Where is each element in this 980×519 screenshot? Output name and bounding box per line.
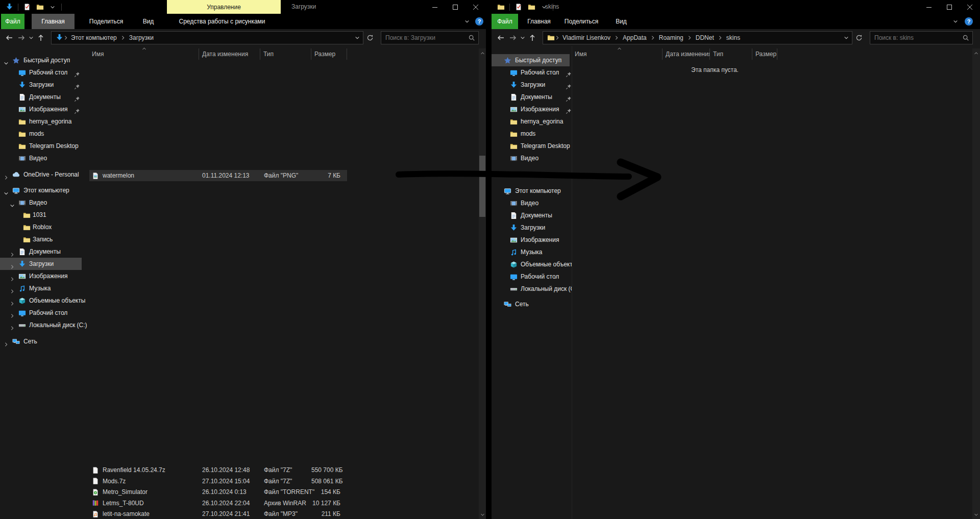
sidebar-item[interactable]: Загрузки bbox=[492, 79, 572, 91]
contextual-tab-manage[interactable]: Управление bbox=[167, 0, 281, 14]
ribbon-tab-view[interactable]: Вид bbox=[137, 14, 160, 29]
help-icon[interactable]: ? bbox=[965, 17, 973, 26]
address-bar[interactable]: Vladimir Lisenkov AppData Roaming DDNet … bbox=[543, 31, 852, 44]
file-row[interactable]: Mods.7z27.10.2024 15:04Файл "7Z"508 061 … bbox=[89, 476, 347, 487]
sidebar-item[interactable]: Видео bbox=[492, 197, 572, 209]
sidebar-item[interactable]: Локальный диск (C:) bbox=[492, 283, 572, 295]
expand-chevron-icon[interactable] bbox=[10, 310, 15, 315]
sidebar-item[interactable]: Загрузки bbox=[0, 79, 88, 91]
sidebar-item[interactable]: Изображения bbox=[492, 103, 572, 115]
customize-chevron-icon[interactable] bbox=[48, 3, 57, 11]
up-button[interactable] bbox=[526, 32, 538, 44]
sidebar-item[interactable]: Документы bbox=[0, 245, 88, 258]
ribbon-tab-home[interactable]: Главная bbox=[524, 14, 554, 29]
scroll-up-icon[interactable] bbox=[972, 50, 980, 57]
recent-locations-chevron-icon[interactable] bbox=[519, 32, 526, 44]
sidebar-item[interactable]: Telegram Desktop bbox=[0, 140, 88, 152]
sidebar-item[interactable]: Запись bbox=[0, 233, 88, 245]
scroll-down-icon[interactable] bbox=[972, 511, 980, 518]
sidebar-item[interactable]: Изображения bbox=[492, 234, 572, 246]
column-header-size[interactable]: Размер bbox=[311, 48, 347, 60]
sidebar-item[interactable]: Этот компьютер bbox=[492, 185, 572, 197]
search-icon[interactable] bbox=[961, 33, 971, 43]
sidebar-item[interactable]: Рабочий стол bbox=[0, 307, 88, 319]
column-header-type[interactable]: Тип bbox=[710, 48, 752, 60]
collapse-chevron-icon[interactable] bbox=[10, 200, 15, 205]
sidebar-item[interactable]: Рабочий стол bbox=[492, 66, 572, 79]
column-header-date[interactable]: Дата изменения bbox=[199, 48, 260, 60]
sidebar-item[interactable]: mods bbox=[0, 128, 88, 140]
sidebar-item[interactable]: Сеть bbox=[492, 298, 572, 310]
sidebar-item[interactable]: OneDrive - Personal bbox=[0, 168, 88, 181]
refresh-icon[interactable] bbox=[852, 32, 866, 44]
expand-chevron-icon[interactable] bbox=[4, 172, 9, 177]
minimize-button[interactable] bbox=[425, 0, 445, 14]
file-row[interactable]: letit-na-samokate27.10.2024 21:41Файл "M… bbox=[89, 508, 347, 519]
sidebar-item[interactable]: Загрузки bbox=[492, 221, 572, 234]
ribbon-tab-share[interactable]: Поделиться bbox=[562, 14, 601, 29]
properties-check-icon[interactable] bbox=[23, 3, 31, 11]
breadcrumb-segment[interactable]: Загрузки bbox=[127, 34, 156, 41]
ribbon-tab-share[interactable]: Поделиться bbox=[82, 14, 131, 29]
sidebar-item[interactable]: Этот компьютер bbox=[0, 184, 88, 196]
address-dropdown-chevron-icon[interactable] bbox=[355, 35, 361, 41]
maximize-button[interactable] bbox=[939, 0, 960, 14]
maximize-button[interactable] bbox=[445, 0, 465, 14]
column-header-size[interactable]: Размер bbox=[752, 48, 777, 60]
search-icon[interactable] bbox=[467, 33, 477, 43]
column-header-type[interactable]: Тип bbox=[260, 48, 311, 60]
forward-button[interactable] bbox=[15, 32, 28, 44]
sidebar-item[interactable]: hernya_egorina bbox=[0, 115, 88, 128]
help-icon[interactable]: ? bbox=[475, 17, 483, 26]
file-row[interactable]: Letms_T-80UD26.10.2024 22:04Архив WinRAR… bbox=[89, 498, 347, 509]
ribbon-tab-file[interactable]: Файл bbox=[492, 14, 518, 29]
forward-button[interactable] bbox=[507, 32, 519, 44]
sidebar-item[interactable]: Рабочий стол bbox=[492, 270, 572, 283]
scroll-down-icon[interactable] bbox=[479, 511, 486, 518]
sidebar-item[interactable]: Видео bbox=[492, 152, 572, 164]
sidebar-item[interactable]: Документы bbox=[492, 91, 572, 103]
new-folder-icon[interactable] bbox=[36, 3, 44, 11]
file-row[interactable]: Metro_Simulator26.10.2024 0:13Файл "TORR… bbox=[89, 486, 347, 498]
close-button[interactable] bbox=[960, 0, 980, 14]
downloads-icon[interactable] bbox=[5, 3, 13, 11]
sidebar-item[interactable]: Музыка bbox=[0, 282, 88, 294]
folder-icon[interactable] bbox=[497, 3, 505, 11]
file-row[interactable]: watermelon01.11.2024 12:13Файл "PNG"7 КБ bbox=[89, 170, 347, 181]
close-button[interactable] bbox=[465, 0, 486, 14]
search-input[interactable] bbox=[381, 34, 467, 41]
search-input[interactable] bbox=[870, 34, 961, 41]
column-header-date[interactable]: Дата изменения bbox=[663, 48, 710, 60]
collapse-chevron-icon[interactable] bbox=[4, 58, 9, 63]
expand-chevron-icon[interactable] bbox=[10, 298, 15, 303]
sidebar-item[interactable]: Загрузки bbox=[0, 258, 88, 270]
up-button[interactable] bbox=[35, 32, 47, 44]
breadcrumb-segment[interactable]: Этот компьютер bbox=[68, 34, 119, 41]
sidebar-item[interactable]: Документы bbox=[492, 209, 572, 221]
breadcrumb-segment[interactable]: Vladimir Lisenkov bbox=[560, 34, 613, 41]
sidebar-item[interactable]: Музыка bbox=[492, 246, 572, 258]
sidebar-item[interactable]: 1031 bbox=[0, 209, 88, 221]
breadcrumb-segment[interactable]: DDNet bbox=[693, 34, 717, 41]
sidebar-item[interactable]: Видео bbox=[0, 152, 88, 164]
back-button[interactable] bbox=[3, 32, 15, 44]
sidebar-item[interactable]: Объемные объекты bbox=[0, 294, 88, 307]
collapse-chevron-icon[interactable] bbox=[4, 188, 9, 193]
file-row[interactable]: Ravenfield 14.05.24.7z26.10.2024 12:48Фа… bbox=[89, 464, 347, 476]
sidebar-item[interactable]: Документы bbox=[0, 91, 88, 103]
sidebar-item[interactable]: Быстрый доступ bbox=[492, 54, 572, 66]
vertical-scrollbar[interactable] bbox=[479, 48, 486, 519]
ribbon-tab-home[interactable]: Главная bbox=[32, 14, 75, 29]
sidebar-item[interactable]: Сеть bbox=[0, 335, 88, 348]
ribbon-tab-view[interactable]: Вид bbox=[611, 14, 631, 29]
vertical-scrollbar[interactable] bbox=[972, 48, 980, 519]
sidebar-item[interactable]: Объемные объекты bbox=[492, 258, 572, 270]
minimize-button[interactable] bbox=[919, 0, 939, 14]
recent-locations-chevron-icon[interactable] bbox=[28, 32, 35, 44]
scroll-up-icon[interactable] bbox=[479, 50, 486, 57]
sidebar-item[interactable]: Изображения bbox=[0, 103, 88, 115]
sidebar-item[interactable]: mods bbox=[492, 128, 572, 140]
ribbon-tab-picture-tools[interactable]: Средства работы с рисунками bbox=[169, 14, 275, 29]
breadcrumb-segment[interactable]: skins bbox=[724, 34, 743, 41]
collapse-ribbon-icon[interactable] bbox=[953, 18, 959, 24]
